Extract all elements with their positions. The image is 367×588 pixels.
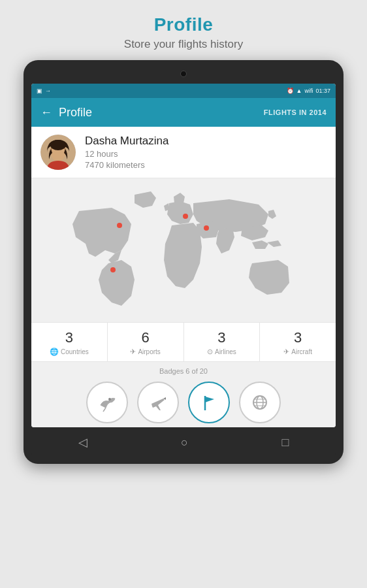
svg-point-4	[183, 214, 188, 219]
aircraft-icon: ✈	[283, 348, 289, 356]
stat-airports: 6 ✈ Airports	[108, 323, 184, 361]
bottom-nav: ◁ ○ □	[31, 429, 336, 456]
stat-aircraft: 3 ✈ Aircraft	[260, 323, 336, 361]
stat-airlines: 3 ⊙ Airlines	[184, 323, 261, 361]
badge-dove[interactable]	[86, 382, 128, 423]
page-title: Profile	[0, 14, 367, 35]
badges-label: Badges 6 of 20	[31, 367, 336, 375]
device-frame: ▣ → ⏰ ▲ wifi 01:37 ← Profile FLIGHTS IN …	[24, 60, 343, 464]
countries-label: Countries	[61, 348, 89, 355]
app-bar-left: ← Profile	[40, 106, 92, 120]
svg-point-8	[108, 398, 111, 400]
status-right-icons: ⏰ ▲ wifi 01:37	[287, 88, 330, 94]
user-hours: 12 hours	[85, 149, 169, 159]
alarm-icon: ⏰	[287, 88, 294, 94]
sim-icon: ▣	[37, 88, 42, 94]
airports-label: Airports	[138, 348, 160, 355]
user-km: 7470 kilometers	[85, 160, 169, 170]
device-camera	[180, 71, 187, 77]
status-bar: ▣ → ⏰ ▲ wifi 01:37	[31, 84, 336, 98]
wifi-icon: wifi	[304, 88, 313, 94]
airlines-icon: ⊙	[207, 348, 213, 356]
badge-flag[interactable]	[188, 382, 230, 423]
nav-recent-button[interactable]: □	[268, 431, 302, 455]
user-card: Dasha Murtazina 12 hours 7470 kilometers	[31, 127, 336, 178]
nav-back-button[interactable]: ◁	[65, 430, 101, 455]
airports-icon: ✈	[130, 348, 136, 356]
app-bar-title: Profile	[59, 106, 92, 120]
badges-row	[31, 382, 336, 423]
badges-section: Badges 6 of 20	[31, 362, 336, 427]
airlines-count: 3	[217, 329, 225, 346]
badge-globe[interactable]	[239, 382, 281, 423]
flights-year-label[interactable]: FLIGHTS IN 2014	[264, 108, 327, 116]
user-info: Dasha Murtazina 12 hours 7470 kilometers	[85, 135, 169, 170]
svg-point-7	[110, 267, 116, 272]
svg-point-6	[117, 223, 122, 228]
back-button[interactable]: ←	[40, 106, 52, 120]
svg-point-5	[204, 225, 209, 231]
countries-icon: 🌐	[50, 348, 59, 356]
avatar	[40, 135, 76, 170]
airlines-label: Airlines	[215, 348, 236, 355]
badge-airplane[interactable]	[137, 382, 179, 423]
stat-countries: 3 🌐 Countries	[31, 323, 108, 361]
aircraft-count: 3	[294, 329, 302, 346]
countries-count: 3	[65, 329, 73, 346]
device-screen: ▣ → ⏰ ▲ wifi 01:37 ← Profile FLIGHTS IN …	[31, 84, 336, 427]
stats-row: 3 🌐 Countries 6 ✈ Airports 3 ⊙ Airlines	[31, 322, 336, 362]
arrow-icon: →	[45, 88, 51, 94]
page-header: Profile Store your flights history	[0, 0, 367, 60]
user-name: Dasha Murtazina	[85, 135, 169, 148]
airports-count: 6	[142, 329, 150, 346]
app-bar: ← Profile FLIGHTS IN 2014	[31, 98, 336, 127]
nav-home-button[interactable]: ○	[168, 431, 201, 455]
page-subtitle: Store your flights history	[0, 38, 367, 51]
status-left-icons: ▣ →	[37, 88, 51, 94]
svg-point-3	[50, 140, 66, 150]
signal-icon: ▲	[296, 88, 302, 94]
aircraft-label: Aircraft	[291, 348, 312, 355]
time-display: 01:37	[315, 88, 330, 94]
world-map-area	[31, 178, 336, 322]
